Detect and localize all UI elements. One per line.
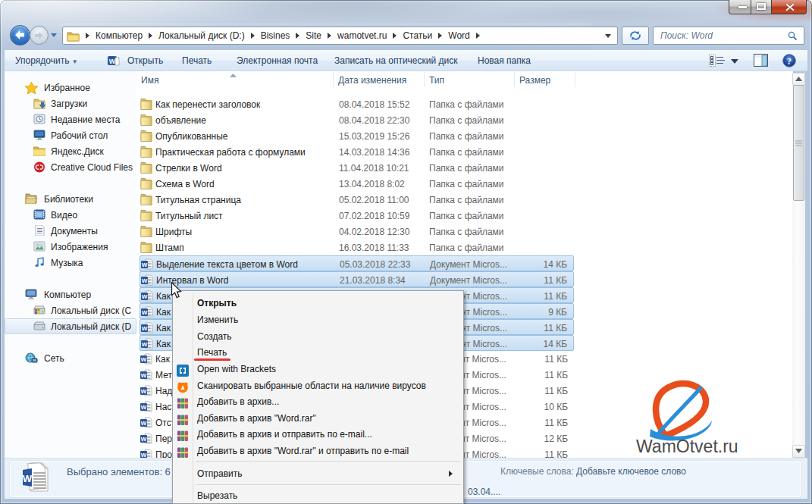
svg-text:W: W	[142, 293, 148, 300]
svg-text:W: W	[109, 58, 116, 65]
svg-text:WamOtvet.ru: WamOtvet.ru	[636, 437, 738, 456]
svg-text:W: W	[141, 356, 147, 363]
svg-text:W: W	[141, 404, 147, 411]
svg-text:W: W	[141, 420, 147, 427]
svg-text:W: W	[142, 341, 148, 348]
svg-text:W: W	[142, 325, 148, 332]
svg-text:W: W	[142, 261, 148, 268]
svg-text:W: W	[141, 388, 147, 395]
svg-text:W: W	[141, 372, 147, 379]
svg-text:?: ?	[787, 56, 792, 67]
svg-text:W: W	[142, 309, 148, 316]
svg-text:W: W	[141, 436, 147, 443]
svg-text:W: W	[23, 473, 33, 484]
svg-text:W: W	[142, 277, 148, 284]
